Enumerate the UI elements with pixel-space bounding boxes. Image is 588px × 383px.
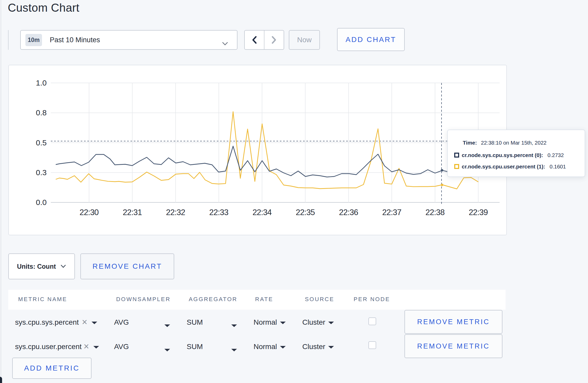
svg-text:0.3: 0.3 <box>36 168 47 177</box>
svg-text:22:30: 22:30 <box>80 208 99 217</box>
svg-text:0.8: 0.8 <box>36 108 47 117</box>
svg-text:0.5: 0.5 <box>36 138 47 147</box>
svg-text:22:39: 22:39 <box>469 208 488 217</box>
svg-text:22:37: 22:37 <box>382 208 401 217</box>
svg-text:0.0: 0.0 <box>36 198 47 207</box>
svg-text:22:38: 22:38 <box>425 208 445 217</box>
svg-text:22:35: 22:35 <box>296 208 315 217</box>
svg-text:22:34: 22:34 <box>253 208 272 217</box>
svg-text:22:32: 22:32 <box>166 208 185 217</box>
svg-text:1.0: 1.0 <box>36 79 47 87</box>
svg-text:22:31: 22:31 <box>123 208 142 217</box>
svg-text:22:33: 22:33 <box>209 208 228 217</box>
svg-text:22:36: 22:36 <box>339 208 358 217</box>
